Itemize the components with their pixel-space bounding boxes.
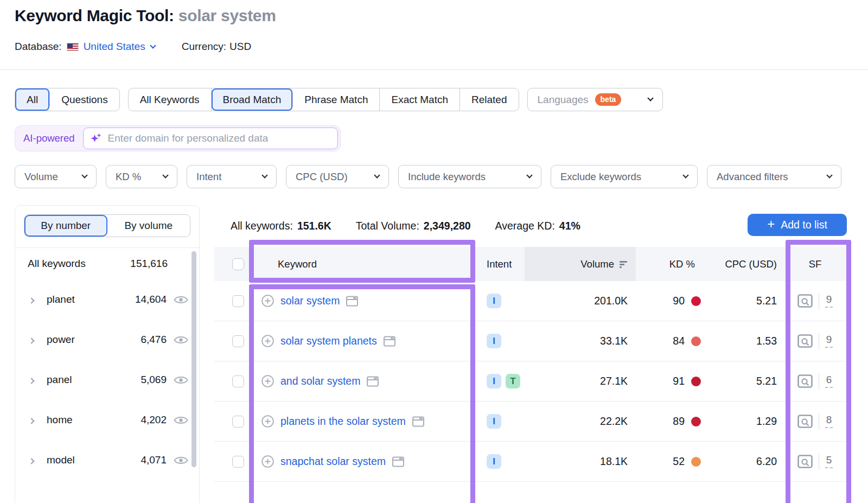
filter-exclude-keywords[interactable]: Exclude keywords bbox=[551, 165, 698, 188]
sidebar-item-planet[interactable]: planet 14,604 bbox=[15, 279, 199, 320]
serp-features-icon[interactable] bbox=[797, 374, 813, 388]
sf-count[interactable]: 9 bbox=[825, 334, 833, 348]
group-label: model bbox=[47, 454, 75, 466]
serp-preview-icon[interactable] bbox=[392, 456, 404, 467]
tab-broad-match[interactable]: Broad Match bbox=[212, 88, 293, 111]
add-keyword-icon[interactable] bbox=[261, 335, 274, 347]
add-to-list-button[interactable]: + Add to list bbox=[748, 214, 847, 236]
group-label: panel bbox=[47, 374, 72, 386]
chevron-down-icon bbox=[81, 172, 87, 178]
serp-features-icon[interactable] bbox=[797, 415, 813, 428]
column-header-keyword[interactable]: Keyword bbox=[253, 258, 475, 270]
sidebar-item-model[interactable]: model 4,071 bbox=[15, 440, 199, 480]
keyword-link[interactable]: solar system bbox=[280, 295, 340, 307]
row-checkbox[interactable] bbox=[232, 295, 244, 307]
add-keyword-icon[interactable] bbox=[261, 455, 274, 468]
keyword-link[interactable]: and solar system bbox=[280, 375, 360, 387]
tab-phrase-match[interactable]: Phrase Match bbox=[293, 88, 380, 111]
add-keyword-icon[interactable] bbox=[261, 375, 274, 387]
us-flag-icon bbox=[67, 43, 79, 51]
sidebar-all-count: 151,616 bbox=[130, 258, 168, 270]
stat-total-volume: Total Volume:2,349,280 bbox=[356, 220, 471, 232]
sidebar-all-label: All keywords bbox=[28, 258, 86, 270]
sf-count[interactable]: 8 bbox=[825, 415, 833, 428]
database-selector[interactable]: United States bbox=[84, 41, 155, 53]
filter-cpc[interactable]: CPC (USD) bbox=[286, 165, 389, 188]
group-label: home bbox=[47, 414, 73, 426]
sf-divider bbox=[819, 454, 819, 470]
row-checkbox[interactable] bbox=[232, 416, 244, 428]
filter-advanced[interactable]: Advanced filters bbox=[707, 165, 841, 188]
serp-preview-icon[interactable] bbox=[384, 336, 395, 347]
keyword-link[interactable]: planets in the solar system bbox=[280, 415, 406, 428]
group-count: 4,071 bbox=[141, 454, 167, 466]
intent-badge-informational: I bbox=[487, 294, 501, 308]
languages-dropdown[interactable]: Languages beta bbox=[527, 88, 663, 111]
row-checkbox[interactable] bbox=[232, 335, 244, 347]
row-checkbox[interactable] bbox=[232, 456, 244, 468]
group-label: power bbox=[47, 334, 75, 346]
toggle-by-volume[interactable]: By volume bbox=[107, 215, 190, 237]
sidebar-item-panel[interactable]: panel 5,069 bbox=[15, 360, 199, 400]
page-title: Keyword Magic Tool:solar system bbox=[15, 7, 276, 25]
keyword-link[interactable]: snapchat solar system bbox=[280, 455, 386, 468]
tab-exact-match[interactable]: Exact Match bbox=[380, 88, 460, 111]
sf-count[interactable]: 6 bbox=[825, 374, 833, 388]
add-keyword-icon[interactable] bbox=[261, 415, 274, 428]
volume-cell: 22.2K bbox=[525, 402, 636, 441]
filter-include-keywords[interactable]: Include keywords bbox=[398, 165, 541, 188]
keyword-link[interactable]: solar system planets bbox=[280, 335, 377, 347]
sidebar-scrollbar[interactable] bbox=[192, 251, 196, 467]
domain-input[interactable]: Enter domain for personalized data bbox=[83, 128, 338, 149]
eye-icon[interactable] bbox=[174, 295, 188, 305]
sf-count[interactable]: 9 bbox=[825, 294, 833, 308]
toggle-by-number[interactable]: By number bbox=[24, 215, 107, 237]
eye-icon[interactable] bbox=[174, 415, 188, 425]
filter-volume[interactable]: Volume bbox=[15, 165, 97, 188]
kd-cell: 89 bbox=[636, 415, 703, 428]
column-header-sf[interactable]: SF bbox=[780, 258, 851, 270]
cpc-cell: 1.53 bbox=[703, 335, 780, 347]
eye-icon[interactable] bbox=[174, 455, 188, 466]
filter-kd[interactable]: KD % bbox=[106, 165, 177, 188]
kd-dot bbox=[691, 417, 701, 426]
sparkle-icon bbox=[90, 132, 102, 144]
intent-badge-informational: I bbox=[487, 414, 501, 429]
table-header-row: Keyword Intent Volume KD % CPC (USD) SF bbox=[214, 247, 851, 281]
sidebar-item-all-keywords[interactable]: All keywords 151,616 bbox=[15, 248, 199, 279]
intent-badge-informational: I bbox=[487, 454, 501, 469]
volume-cell: 18.1K bbox=[525, 442, 636, 481]
sidebar-item-power[interactable]: power 6,476 bbox=[15, 320, 199, 360]
column-header-volume[interactable]: Volume bbox=[525, 247, 636, 281]
chevron-down-icon bbox=[682, 172, 688, 178]
tab-all-keywords[interactable]: All Keywords bbox=[129, 88, 212, 111]
column-header-intent[interactable]: Intent bbox=[475, 258, 525, 270]
sf-count[interactable]: 5 bbox=[825, 455, 833, 468]
sidebar-item-home[interactable]: home 4,202 bbox=[15, 400, 199, 440]
cpc-cell: 5.21 bbox=[703, 295, 780, 307]
serp-features-icon[interactable] bbox=[797, 455, 813, 468]
serp-preview-icon[interactable] bbox=[367, 376, 379, 387]
beta-badge: beta bbox=[595, 93, 622, 106]
chevron-down-icon bbox=[826, 172, 832, 178]
tab-questions[interactable]: Questions bbox=[50, 88, 119, 111]
column-header-kd[interactable]: KD % bbox=[636, 258, 703, 270]
add-keyword-icon[interactable] bbox=[261, 295, 274, 307]
serp-preview-icon[interactable] bbox=[412, 416, 424, 427]
sidebar-sort-toggle: By number By volume bbox=[24, 214, 190, 237]
filter-intent[interactable]: Intent bbox=[187, 165, 277, 188]
serp-features-icon[interactable] bbox=[797, 334, 813, 348]
sf-divider bbox=[819, 293, 819, 309]
eye-icon[interactable] bbox=[174, 375, 188, 385]
select-all-checkbox[interactable] bbox=[232, 258, 244, 270]
eye-icon[interactable] bbox=[174, 335, 188, 345]
chevron-down-icon bbox=[647, 95, 653, 101]
chevron-down-icon bbox=[261, 172, 267, 178]
tab-group-match-types: All Keywords Broad Match Phrase Match Ex… bbox=[128, 88, 519, 111]
column-header-cpc[interactable]: CPC (USD) bbox=[703, 258, 780, 270]
serp-preview-icon[interactable] bbox=[346, 296, 358, 307]
row-checkbox[interactable] bbox=[232, 375, 244, 387]
tab-related[interactable]: Related bbox=[460, 88, 519, 111]
serp-features-icon[interactable] bbox=[797, 294, 813, 308]
tab-all[interactable]: All bbox=[15, 88, 50, 111]
